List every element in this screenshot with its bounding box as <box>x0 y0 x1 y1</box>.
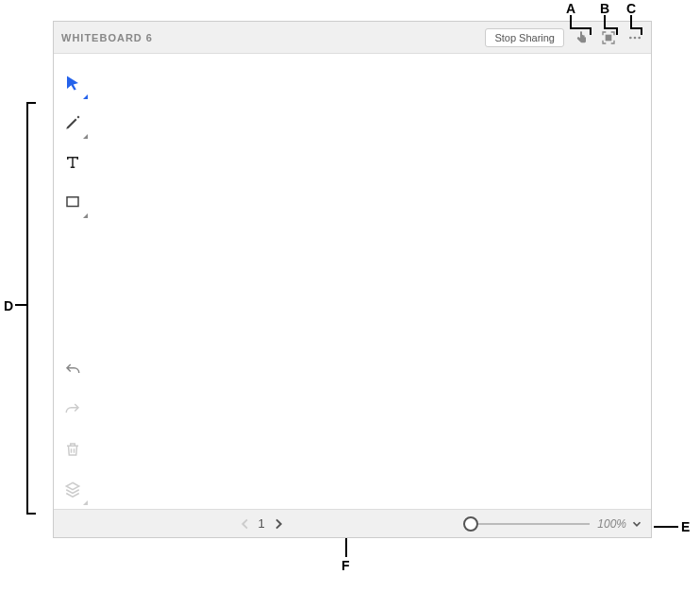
header-bar: WHITEBOARD 6 Stop Sharing <box>54 22 651 54</box>
expand-indicator-icon <box>83 134 88 139</box>
expand-indicator-icon <box>83 94 88 99</box>
callout-connector <box>616 27 618 35</box>
callout-label-e: E <box>681 519 690 534</box>
prev-page-button[interactable] <box>238 516 253 532</box>
text-tool[interactable] <box>54 143 92 182</box>
next-page-button[interactable] <box>271 516 286 532</box>
select-tool[interactable] <box>54 63 92 103</box>
pointer-hand-icon[interactable] <box>574 29 591 46</box>
zoom-slider-thumb[interactable] <box>463 516 478 532</box>
page-navigation: 1 <box>238 516 286 532</box>
callout-connector <box>26 102 28 514</box>
body-area <box>54 54 651 509</box>
page-number: 1 <box>258 516 265 531</box>
callout-label-d: D <box>4 298 13 313</box>
delete-button[interactable] <box>54 430 92 469</box>
callout-connector <box>26 513 36 515</box>
callout-connector <box>15 304 26 306</box>
layers-button[interactable] <box>54 469 92 509</box>
callout-connector <box>570 27 591 29</box>
window-title: WHITEBOARD 6 <box>61 32 485 43</box>
callout-label-b: B <box>600 1 609 16</box>
zoom-slider[interactable] <box>467 523 590 525</box>
undo-button[interactable] <box>54 350 92 390</box>
callout-label-f: F <box>342 558 350 573</box>
callout-connector <box>345 538 347 557</box>
whiteboard-canvas[interactable] <box>92 54 651 509</box>
shape-tool[interactable] <box>54 182 92 222</box>
callout-label-c: C <box>626 1 636 16</box>
callout-connector <box>630 15 632 27</box>
redo-button[interactable] <box>54 390 92 430</box>
svg-point-2 <box>634 36 637 39</box>
header-actions: Stop Sharing <box>485 28 643 47</box>
stop-sharing-button[interactable]: Stop Sharing <box>485 28 564 47</box>
callout-connector <box>641 27 642 35</box>
footer-bar: 1 100% <box>54 509 651 537</box>
fullscreen-icon[interactable] <box>600 29 617 46</box>
callout-connector <box>26 102 36 104</box>
svg-point-3 <box>638 36 641 39</box>
callout-connector <box>604 15 606 27</box>
tool-sidebar <box>54 54 92 509</box>
callout-connector <box>654 526 678 528</box>
zoom-percentage: 100% <box>597 517 626 531</box>
callout-connector <box>604 27 617 29</box>
callout-connector <box>570 15 572 27</box>
callout-label-a: A <box>566 1 575 16</box>
svg-point-1 <box>629 36 632 39</box>
expand-indicator-icon <box>83 213 88 218</box>
whiteboard-window: WHITEBOARD 6 Stop Sharing <box>53 21 652 538</box>
svg-rect-4 <box>67 197 78 207</box>
zoom-dropdown-icon[interactable] <box>630 517 643 531</box>
zoom-controls: 100% <box>467 517 643 531</box>
callout-connector <box>590 27 592 35</box>
expand-indicator-icon <box>83 500 88 505</box>
svg-rect-0 <box>606 35 610 40</box>
pen-tool[interactable] <box>54 103 92 143</box>
